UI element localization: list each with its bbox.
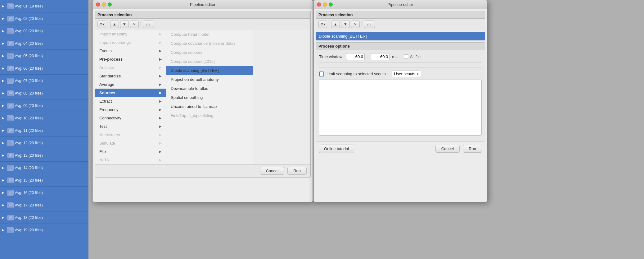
file-icon xyxy=(7,115,14,121)
time-from-input[interactable] xyxy=(346,53,365,60)
submenu-item-7[interactable]: Spatial smoothing xyxy=(166,93,253,102)
cancel-button-1[interactable]: Cancel xyxy=(260,167,284,175)
file-row[interactable]: ▶ Avg: 04 (20 files) xyxy=(0,37,88,50)
left-panel: ▶ Avg: 01 (19 files) ▶ Av xyxy=(0,0,88,259)
submenu-item-5[interactable]: Project on default anatomy xyxy=(166,75,253,84)
file-icon xyxy=(7,28,14,34)
menu-item-events[interactable]: Events ▶ xyxy=(95,47,166,55)
expand-arrow-icon: ▶ xyxy=(2,116,6,120)
submenu-arrow-icon: ▶ xyxy=(159,58,162,61)
scouts-area xyxy=(319,80,482,136)
submenu-item-6[interactable]: Downsample to atlas xyxy=(166,84,253,93)
minimize-button-1[interactable] xyxy=(102,2,106,7)
menu-item-label: Artifacts xyxy=(99,65,114,70)
time-to-input[interactable] xyxy=(371,53,390,60)
selected-process[interactable]: Dipole scanning [BETTER] xyxy=(316,32,485,40)
menu-item-label: Import recordings xyxy=(99,40,131,45)
menu-item-frequency[interactable]: Frequency ▶ xyxy=(95,105,166,114)
down-btn-2[interactable]: ▼ xyxy=(341,21,350,28)
file-row[interactable]: ▶ Avg: 14 (20 files) xyxy=(0,162,88,174)
file-label: Avg: 17 (20 files) xyxy=(15,203,43,207)
delete-btn-1[interactable]: ✕ xyxy=(130,21,139,28)
bottom-buttons-row: Online tutorial Cancel Run xyxy=(316,141,485,156)
submenu-arrow-icon: ▶ xyxy=(159,41,162,44)
menu-item-connectivity[interactable]: Connectivity ▶ xyxy=(95,114,166,122)
user-scouts-select[interactable]: User scouts ⬍ xyxy=(392,71,421,77)
close-button-1[interactable] xyxy=(96,2,100,7)
all-file-checkbox[interactable] xyxy=(404,54,408,59)
submenu-arrow-icon: ▶ xyxy=(159,99,162,103)
delete-btn-2[interactable]: ✕ xyxy=(351,21,360,28)
menu-item-extract[interactable]: Extract ▶ xyxy=(95,97,166,105)
menu-item-artifacts: Artifacts ▶ xyxy=(95,63,166,72)
limit-scanning-row: Limit scanning to selected scouts . User… xyxy=(319,67,482,77)
file-row[interactable]: ▶ Avg: 18 (20 files) xyxy=(0,211,88,224)
menu-item-pre-process[interactable]: Pre-process ▶ xyxy=(95,55,166,63)
menu-item-sources[interactable]: Sources ▶ xyxy=(95,89,166,97)
menu-item-test[interactable]: Test ▶ xyxy=(95,122,166,131)
menu-item-file[interactable]: File ▶ xyxy=(95,147,166,156)
user-scouts-label: User scouts xyxy=(394,72,415,76)
file-label: Avg: 11 (20 files) xyxy=(15,128,43,133)
run-button-2[interactable]: Run xyxy=(463,145,482,153)
process-options-content: Time window: - ms All file Limit scannin… xyxy=(316,50,485,141)
submenu-arrow-icon: ▶ xyxy=(159,32,162,36)
submenu-arrow-icon: ▶ xyxy=(159,133,162,136)
file-label: Avg: 15 (20 files) xyxy=(15,178,43,183)
time-window-row: Time window: - ms All file xyxy=(319,53,482,60)
file-row[interactable]: ▶ Avg: 13 (20 files) xyxy=(0,149,88,162)
file-row[interactable]: ▶ Avg: 01 (19 files) xyxy=(0,0,88,12)
minimize-button-2[interactable] xyxy=(323,2,327,7)
maximize-button-1[interactable] xyxy=(108,2,112,7)
gear-btn-1[interactable]: ⚙▾ xyxy=(97,21,106,28)
close-button-2[interactable] xyxy=(317,2,321,7)
run-button-1[interactable]: Run xyxy=(287,167,307,175)
menu-item-average[interactable]: Average ▶ xyxy=(95,80,166,89)
limit-scanning-checkbox[interactable] xyxy=(319,72,324,76)
file-row[interactable]: ▶ Avg: 07 (20 files) xyxy=(0,75,88,87)
file-row[interactable]: ▶ Avg: 10 (20 files) xyxy=(0,112,88,124)
file-row[interactable]: ▶ Avg: 19 (20 files) xyxy=(0,224,88,236)
up-btn-1[interactable]: ▲ xyxy=(110,21,119,28)
file-row[interactable]: ▶ Avg: 03 (20 files) xyxy=(0,25,88,37)
submenu-item-label: Compute head model xyxy=(171,32,209,37)
branch-btn-2[interactable]: ⑃▾ xyxy=(364,21,375,28)
file-row[interactable]: ▶ Avg: 16 (20 files) xyxy=(0,187,88,199)
expand-arrow-icon: ▶ xyxy=(2,228,6,232)
file-row[interactable]: ▶ Avg: 06 (20 files) xyxy=(0,62,88,75)
file-row[interactable]: ▶ Avg: 02 (20 files) xyxy=(0,12,88,25)
menu-item-label: Extract xyxy=(99,99,112,104)
submenu-item-8[interactable]: Unconstrained to flat map xyxy=(166,102,253,111)
submenu-item-9: FieldTrip: ft_dipolefitting xyxy=(166,111,253,120)
file-icon xyxy=(7,190,14,196)
dot-label: . xyxy=(388,72,390,76)
maximize-button-2[interactable] xyxy=(329,2,333,7)
time-unit: ms xyxy=(392,54,397,59)
file-row[interactable]: ▶ Avg: 17 (20 files) xyxy=(0,199,88,211)
file-label: Avg: 09 (20 files) xyxy=(15,104,43,108)
file-row[interactable]: ▶ Avg: 05 (20 files) xyxy=(0,50,88,62)
down-btn-1[interactable]: ▼ xyxy=(120,21,129,28)
file-label: Avg: 12 (20 files) xyxy=(15,141,43,145)
file-icon xyxy=(7,128,14,133)
menu-item-label: NIRS xyxy=(99,158,109,162)
file-row[interactable]: ▶ Avg: 11 (20 files) xyxy=(0,124,88,137)
file-icon xyxy=(7,78,14,84)
gear-btn-2[interactable]: ⚙▾ xyxy=(318,21,327,28)
file-row[interactable]: ▶ Avg: 12 (20 files) xyxy=(0,137,88,149)
up-btn-2[interactable]: ▲ xyxy=(331,21,340,28)
online-tutorial-button[interactable]: Online tutorial xyxy=(319,145,354,153)
time-window-label: Time window: xyxy=(319,54,344,59)
menu-item-standardize[interactable]: Standardize ▶ xyxy=(95,72,166,80)
submenu-sources: Compute head modelCompute covariance (no… xyxy=(166,30,253,164)
menu-item-import-anatomy: Import anatomy ▶ xyxy=(95,30,166,38)
submenu-item-4[interactable]: Dipole scanning [BETTER] xyxy=(166,66,253,75)
cancel-button-2[interactable]: Cancel xyxy=(435,145,460,153)
branch-btn-1[interactable]: ⑃▾ xyxy=(143,21,154,28)
file-row[interactable]: ▶ Avg: 15 (20 files) xyxy=(0,174,88,187)
expand-arrow-icon: ▶ xyxy=(2,17,6,20)
file-row[interactable]: ▶ Avg: 09 (20 files) xyxy=(0,99,88,112)
file-row[interactable]: ▶ Avg: 08 (20 files) xyxy=(0,87,88,99)
sep2 xyxy=(141,21,141,27)
menu-item-label: Microstates xyxy=(99,132,120,137)
